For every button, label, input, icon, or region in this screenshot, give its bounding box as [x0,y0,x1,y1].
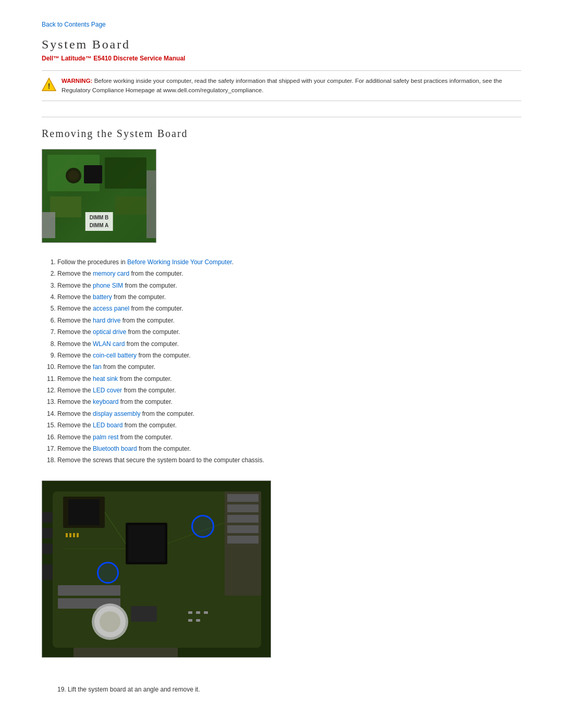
svg-rect-32 [188,611,192,614]
svg-rect-44 [42,544,53,554]
warning-text: WARNING: Before working inside your comp… [62,76,521,95]
memory-card-link[interactable]: memory card [93,270,129,277]
step-7: Remove the optical drive from the comput… [57,327,521,337]
svg-rect-24 [227,525,259,533]
svg-rect-25 [227,536,259,544]
board-thumbnail-image: DIMM B DIMM A [42,149,156,243]
optical-drive-link[interactable]: optical drive [93,328,126,336]
led-cover-link[interactable]: LED cover [93,387,122,394]
before-working-link[interactable]: Before Working Inside Your Computer [127,258,232,266]
svg-rect-4 [105,157,146,189]
step-4: Remove the battery from the computer. [57,292,521,302]
step-18: Remove the screws that secure the system… [57,455,521,465]
svg-rect-34 [204,611,208,614]
warning-icon: ! [42,77,56,92]
svg-rect-11 [146,170,156,238]
back-to-contents-link[interactable]: Back to Contents Page [42,21,521,28]
step-1: Follow the procedures in Before Working … [57,257,521,267]
step-14: Remove the display assembly from the com… [57,409,521,419]
svg-rect-15 [68,499,100,525]
step-8: Remove the WLAN card from the computer. [57,339,521,349]
svg-point-8 [68,170,79,181]
svg-rect-18 [58,585,120,596]
svg-rect-45 [42,564,53,580]
step-3: Remove the phone SIM from the computer. [57,280,521,291]
phone-sim-link[interactable]: phone SIM [93,282,123,289]
warning-body: Before working inside your computer, rea… [62,78,502,93]
svg-rect-41 [77,533,79,537]
svg-rect-46 [74,648,178,657]
page-title: System Board [42,38,521,52]
step-16: Remove the palm rest from the computer. [57,432,521,442]
palm-rest-link[interactable]: palm rest [93,434,118,441]
warning-box: ! WARNING: Before working inside your co… [42,70,521,101]
step-5: Remove the access panel from the compute… [57,303,521,314]
removal-steps-list: Follow the procedures in Before Working … [42,257,521,466]
heat-sink-link[interactable]: heat sink [93,375,118,382]
svg-rect-38 [66,533,68,537]
wlan-card-link[interactable]: WLAN card [93,340,125,348]
step-2: Remove the memory card from the computer… [57,268,521,279]
section-title: Removing the System Board [42,128,521,140]
hard-drive-link[interactable]: hard drive [93,317,120,324]
step-9: Remove the coin-cell battery from the co… [57,350,521,361]
svg-rect-39 [69,533,71,537]
keyboard-link[interactable]: keyboard [93,398,118,405]
warning-label: WARNING: [62,78,92,84]
step-12: Remove the LED cover from the computer. [57,385,521,396]
svg-rect-36 [196,619,200,622]
step-11: Remove the heat sink from the computer. [57,374,521,384]
svg-rect-43 [42,528,53,538]
bluetooth-board-link[interactable]: Bluetooth board [93,445,137,452]
svg-rect-9 [84,165,102,183]
svg-rect-10 [42,212,55,238]
svg-rect-23 [227,515,259,523]
svg-rect-17 [128,525,165,562]
fan-link[interactable]: fan [93,363,102,371]
step-15: Remove the LED board from the computer. [57,420,521,430]
system-board-photo [42,480,271,658]
coin-cell-battery-link[interactable]: coin-cell battery [93,352,137,359]
svg-rect-6 [115,196,149,215]
system-board-photo-container [42,480,521,672]
step-17: Remove the Bluetooth board from the comp… [57,443,521,454]
svg-text:!: ! [48,82,51,90]
screw-marker-1 [191,515,214,538]
step-19: 19. Lift the system board at an angle an… [57,684,521,695]
dimm-a-label: DIMM A [90,221,109,229]
step-10: Remove the fan from the computer. [57,362,521,372]
svg-rect-33 [196,611,200,614]
access-panel-link[interactable]: access panel [93,305,129,312]
svg-rect-35 [188,619,192,622]
svg-rect-22 [227,504,259,512]
dimm-b-label: DIMM B [90,214,109,221]
led-board-link[interactable]: LED board [93,422,123,429]
svg-rect-40 [73,533,75,537]
subtitle: Dell™ Latitude™ E5410 Discrete Service M… [42,55,521,62]
dimm-labels: DIMM B DIMM A [85,212,113,231]
display-assembly-link[interactable]: display assembly [93,410,140,417]
section-divider [42,117,521,117]
svg-rect-21 [227,494,259,502]
svg-point-31 [100,611,120,632]
step-6: Remove the hard drive from the computer. [57,315,521,326]
screw-marker-2 [97,562,119,584]
board-thumbnail-container: DIMM B DIMM A [42,149,521,244]
battery-link[interactable]: battery [93,293,112,301]
step-13: Remove the keyboard from the computer. [57,397,521,407]
svg-rect-37 [131,606,157,622]
svg-rect-42 [42,512,53,523]
